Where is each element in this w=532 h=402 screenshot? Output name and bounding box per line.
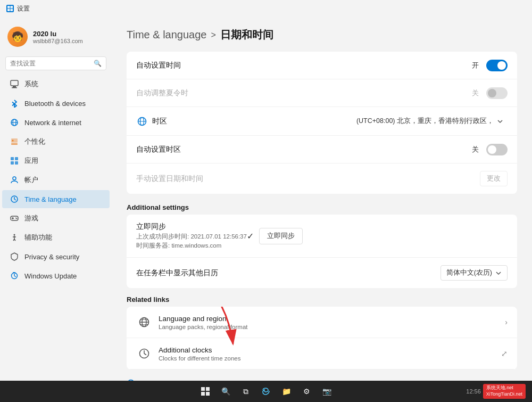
svg-point-17 [13,177,16,180]
app-icon [6,5,14,12]
dst-row: 自动调整夏令时 关 [127,79,517,107]
auto-timezone-label: 自动设置时区 [136,145,472,154]
svg-rect-0 [7,6,10,9]
language-region-link[interactable]: Language and region Language packs, regi… [127,307,517,338]
sync-sub2: 时间服务器: time.windows.com [136,242,247,250]
svg-point-28 [16,218,18,219]
svg-rect-1 [11,6,13,9]
personalization-icon [10,137,19,146]
accessibility-icon [10,233,19,242]
windows-update-icon [10,271,19,281]
accounts-icon [10,175,19,185]
start-button[interactable] [197,383,214,400]
manual-datetime-label: 手动设置日期和时间 [136,174,480,184]
sidebar-item-personalization[interactable]: 个性化 [2,133,110,151]
sidebar-label-apps: 应用 [24,156,38,166]
manual-datetime-button[interactable]: 更改 [480,171,508,186]
additional-settings-heading: Additional settings [127,203,517,211]
sidebar: 🧒 2020 lu wslbb87@163.com 🔍 系统 Bluetooth… [0,17,112,381]
calendar-selector[interactable]: 简体中文(农历) [440,265,508,281]
gaming-icon [10,214,19,223]
taskview-button[interactable]: ⧉ [237,383,254,400]
dst-toggle-group: 关 [472,87,508,99]
sidebar-label-bluetooth: Bluetooth & devices [24,100,86,108]
svg-rect-14 [15,157,18,160]
sidebar-item-windows-update[interactable]: Windows Update [2,267,110,285]
sync-actions: ✓ 立即同步 [247,228,303,244]
app-container: 🧒 2020 lu wslbb87@163.com 🔍 系统 Bluetooth… [0,17,532,381]
svg-rect-16 [15,161,18,165]
user-email: wslbb87@163.com [33,38,83,44]
auto-timezone-row: 自动设置时区 关 [127,136,517,163]
avatar: 🧒 [7,27,28,47]
svg-rect-3 [11,9,13,12]
auto-time-label: 自动设置时间 [136,61,472,70]
user-section[interactable]: 🧒 2020 lu wslbb87@163.com [0,21,112,54]
sidebar-item-network[interactable]: Network & internet [2,113,110,132]
svg-rect-2 [7,9,10,12]
edge-button[interactable] [257,383,275,400]
svg-rect-6 [12,87,17,88]
calendar-row: 在任务栏中显示其他日历 简体中文(农历) [127,258,517,288]
search-input[interactable] [10,60,90,67]
auto-time-toggle[interactable] [486,60,508,71]
sidebar-item-privacy[interactable]: Privacy & security [2,248,110,266]
explorer-button[interactable]: 📁 [278,383,295,400]
sidebar-item-time[interactable]: Time & language [2,190,110,208]
auto-time-row: 自动设置时间 开 [127,52,517,79]
sidebar-item-accessibility[interactable]: 辅助功能 [2,228,110,247]
taskbar-center: 🔍 ⧉ 📁 ⚙ 📷 [197,383,335,400]
main-settings-card: 自动设置时间 开 自动调整夏令时 关 [127,52,517,194]
language-region-sub: Language packs, regional format [159,324,498,330]
breadcrumb-current: 日期和时间 [220,28,273,42]
search-taskbar-button[interactable]: 🔍 [217,383,234,400]
timezone-globe-icon [136,116,148,127]
breadcrumb-separator: > [211,30,215,40]
sidebar-item-system[interactable]: 系统 [2,75,110,93]
toggle-thumb [497,61,506,70]
sync-sub1: 上次成功同步时间: 2021.07.01 12:56:37 [136,233,247,241]
svg-point-29 [14,234,15,236]
svg-line-20 [14,199,16,200]
svg-rect-15 [11,161,14,165]
network-icon [10,118,19,127]
dst-toggle-label: 关 [472,88,479,98]
sidebar-label-privacy: Privacy & security [24,253,79,261]
titlebar-text: 设置 [17,4,30,13]
camera-button[interactable]: 📷 [318,383,335,400]
taskbar: 🔍 ⧉ 📁 ⚙ 📷 12:56 系统天地.netXiTongTianDi.net [0,381,532,402]
sidebar-label-accounts: 帐户 [24,175,38,185]
search-box[interactable]: 🔍 [5,56,106,70]
language-region-chevron-icon: › [505,318,508,326]
sidebar-item-gaming[interactable]: 游戏 [2,209,110,227]
dst-toggle-thumb [488,89,496,97]
breadcrumb-parent: Time & language [127,29,206,41]
taskbar-right: 12:56 系统天地.netXiTongTianDi.net [466,384,526,398]
timezone-label: 时区 [152,117,352,126]
dst-toggle[interactable] [486,87,508,99]
sidebar-item-apps[interactable]: 应用 [2,152,110,170]
sidebar-label-system: 系统 [24,79,38,89]
sidebar-item-bluetooth[interactable]: Bluetooth & devices [2,94,110,112]
sidebar-label-accessibility: 辅助功能 [24,233,52,242]
sync-button[interactable]: 立即同步 [259,228,303,244]
language-region-title: Language and region [159,315,498,323]
user-name: 2020 lu [33,30,83,38]
sidebar-item-accounts[interactable]: 帐户 [2,171,110,189]
manual-datetime-row: 手动设置日期和时间 更改 [127,163,517,194]
settings-button[interactable]: ⚙ [298,383,315,400]
timezone-selector[interactable]: (UTC+08:00) 北京，重庆，香港特别行政区， [352,114,508,128]
svg-point-25 [12,218,13,219]
additional-settings-card: 立即同步 上次成功同步时间: 2021.07.01 12:56:37 时间服务器… [127,215,517,288]
timezone-chevron-icon [497,118,503,125]
svg-line-43 [144,354,146,355]
additional-clocks-link[interactable]: Additional clocks Clocks for different t… [127,338,517,370]
auto-timezone-toggle[interactable] [486,144,508,155]
additional-clocks-sub: Clocks for different time zones [159,355,495,362]
timezone-value: (UTC+08:00) 北京，重庆，香港特别行政区， [356,117,494,126]
system-icon [10,79,19,89]
svg-line-33 [14,239,15,241]
auto-timezone-thumb [488,145,496,154]
breadcrumb: Time & language > 日期和时间 [127,28,517,42]
auto-time-toggle-label: 开 [472,61,479,70]
